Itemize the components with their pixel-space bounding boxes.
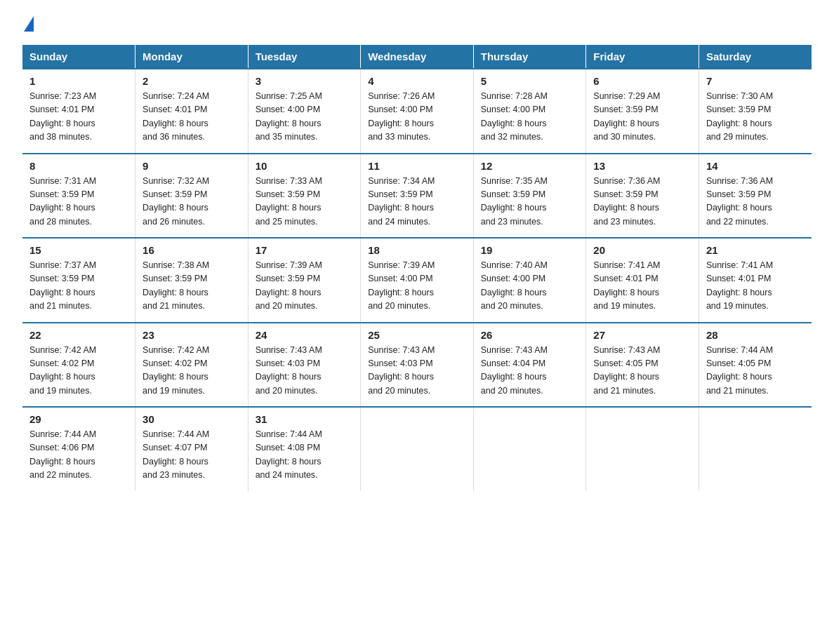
day-info-line: Daylight: 8 hours	[256, 288, 322, 297]
day-info-line: Sunrise: 7:44 AM	[706, 345, 773, 355]
calendar-day-cell: 21Sunrise: 7:41 AMSunset: 4:01 PMDayligh…	[699, 238, 812, 323]
calendar-day-cell: 25Sunrise: 7:43 AMSunset: 4:03 PMDayligh…	[361, 323, 474, 408]
day-info-line: Sunset: 4:02 PM	[143, 358, 207, 368]
day-info: Sunrise: 7:29 AMSunset: 3:59 PMDaylight:…	[593, 90, 691, 145]
day-number: 14	[706, 160, 805, 172]
calendar-day-cell: 3Sunrise: 7:25 AMSunset: 4:00 PMDaylight…	[248, 69, 361, 154]
day-info-line: Sunset: 3:59 PM	[706, 189, 771, 199]
empty-cell	[586, 407, 699, 491]
calendar-table: SundayMondayTuesdayWednesdayThursdayFrid…	[22, 45, 812, 491]
day-info: Sunrise: 7:44 AMSunset: 4:07 PMDaylight:…	[143, 428, 241, 483]
calendar-day-cell: 9Sunrise: 7:32 AMSunset: 3:59 PMDaylight…	[135, 154, 249, 239]
calendar-day-cell: 16Sunrise: 7:38 AMSunset: 3:59 PMDayligh…	[135, 238, 249, 323]
day-number: 29	[29, 413, 128, 425]
day-info-line: Sunset: 3:59 PM	[593, 105, 658, 114]
day-info: Sunrise: 7:37 AMSunset: 3:59 PMDaylight:…	[29, 259, 128, 314]
day-info-line: and 20 minutes.	[256, 386, 318, 396]
day-info: Sunrise: 7:24 AMSunset: 4:01 PMDaylight:…	[143, 90, 241, 145]
day-info-line: Sunrise: 7:43 AM	[593, 345, 660, 355]
day-info-line: Sunrise: 7:30 AM	[706, 91, 773, 101]
day-info-line: Sunrise: 7:26 AM	[368, 91, 435, 101]
day-info-line: Sunset: 4:03 PM	[256, 358, 320, 368]
day-info: Sunrise: 7:42 AMSunset: 4:02 PMDaylight:…	[29, 344, 128, 398]
day-info: Sunrise: 7:41 AMSunset: 4:01 PMDaylight:…	[593, 259, 691, 314]
day-info-line: Daylight: 8 hours	[368, 288, 434, 297]
day-number: 25	[368, 329, 466, 341]
day-info-line: Daylight: 8 hours	[29, 372, 95, 382]
day-info: Sunrise: 7:35 AMSunset: 3:59 PMDaylight:…	[481, 175, 579, 229]
day-number: 8	[29, 160, 128, 172]
day-info-line: and 35 minutes.	[256, 132, 318, 142]
day-info-line: Sunrise: 7:28 AM	[481, 91, 548, 101]
day-info-line: Sunset: 4:01 PM	[593, 274, 658, 283]
day-info-line: and 23 minutes.	[593, 217, 656, 227]
day-number: 19	[481, 244, 579, 256]
day-info-line: Sunrise: 7:44 AM	[143, 429, 209, 439]
day-info-line: Sunrise: 7:31 AM	[29, 176, 96, 186]
day-info-line: and 28 minutes.	[29, 217, 92, 227]
day-info-line: Sunrise: 7:42 AM	[143, 345, 209, 355]
day-info-line: and 20 minutes.	[481, 386, 543, 396]
day-info-line: and 24 minutes.	[256, 470, 318, 480]
day-info-line: Daylight: 8 hours	[706, 288, 772, 297]
empty-cell	[699, 407, 812, 491]
day-info-line: Daylight: 8 hours	[256, 119, 322, 128]
header-day-friday: Friday	[586, 45, 699, 69]
day-info-line: and 24 minutes.	[368, 217, 430, 227]
day-info-line: Sunrise: 7:33 AM	[256, 176, 322, 186]
day-info-line: Daylight: 8 hours	[368, 203, 434, 213]
day-info-line: Daylight: 8 hours	[481, 119, 547, 128]
day-info-line: Sunset: 4:05 PM	[593, 358, 658, 368]
day-info-line: Sunset: 3:59 PM	[143, 189, 207, 199]
day-info: Sunrise: 7:44 AMSunset: 4:05 PMDaylight:…	[706, 344, 805, 398]
day-info-line: and 23 minutes.	[143, 470, 205, 480]
day-info-line: Daylight: 8 hours	[256, 372, 322, 382]
empty-cell	[473, 407, 586, 491]
day-number: 23	[143, 329, 241, 341]
day-info-line: Sunset: 4:00 PM	[368, 274, 432, 283]
day-info-line: and 25 minutes.	[256, 217, 318, 227]
day-info: Sunrise: 7:43 AMSunset: 4:03 PMDaylight:…	[368, 344, 466, 398]
header-day-tuesday: Tuesday	[248, 45, 361, 69]
calendar-week-row: 22Sunrise: 7:42 AMSunset: 4:02 PMDayligh…	[22, 323, 812, 408]
day-info: Sunrise: 7:33 AMSunset: 3:59 PMDaylight:…	[256, 175, 354, 229]
calendar-day-cell: 4Sunrise: 7:26 AMSunset: 4:00 PMDaylight…	[361, 69, 474, 154]
calendar-day-cell: 5Sunrise: 7:28 AMSunset: 4:00 PMDaylight…	[473, 69, 586, 154]
day-info-line: Daylight: 8 hours	[706, 119, 772, 128]
day-info: Sunrise: 7:42 AMSunset: 4:02 PMDaylight:…	[143, 344, 241, 398]
day-info-line: Sunrise: 7:43 AM	[481, 345, 548, 355]
day-number: 15	[29, 244, 128, 256]
day-info-line: Daylight: 8 hours	[368, 372, 434, 382]
day-info: Sunrise: 7:39 AMSunset: 3:59 PMDaylight:…	[256, 259, 354, 314]
day-number: 12	[481, 160, 579, 172]
page-header	[22, 17, 812, 32]
day-number: 28	[706, 329, 805, 341]
calendar-day-cell: 2Sunrise: 7:24 AMSunset: 4:01 PMDaylight…	[135, 69, 249, 154]
day-info-line: Sunset: 4:08 PM	[256, 443, 320, 452]
calendar-day-cell: 24Sunrise: 7:43 AMSunset: 4:03 PMDayligh…	[248, 323, 361, 408]
day-info: Sunrise: 7:25 AMSunset: 4:00 PMDaylight:…	[256, 90, 354, 145]
calendar-day-cell: 18Sunrise: 7:39 AMSunset: 4:00 PMDayligh…	[361, 238, 474, 323]
day-number: 1	[29, 75, 128, 87]
day-info-line: Sunset: 3:59 PM	[706, 105, 771, 114]
day-number: 21	[706, 244, 805, 256]
day-number: 6	[593, 75, 691, 87]
day-info-line: Sunrise: 7:44 AM	[29, 429, 96, 439]
day-info-line: Daylight: 8 hours	[256, 203, 322, 213]
day-info: Sunrise: 7:34 AMSunset: 3:59 PMDaylight:…	[368, 175, 466, 229]
day-number: 20	[593, 244, 691, 256]
day-info-line: and 20 minutes.	[368, 301, 430, 311]
day-info: Sunrise: 7:44 AMSunset: 4:06 PMDaylight:…	[29, 428, 128, 483]
day-info: Sunrise: 7:30 AMSunset: 3:59 PMDaylight:…	[706, 90, 805, 145]
day-info-line: Sunset: 3:59 PM	[256, 189, 320, 199]
day-info-line: and 19 minutes.	[706, 301, 769, 311]
day-number: 5	[481, 75, 579, 87]
day-info-line: Sunrise: 7:39 AM	[256, 260, 322, 270]
calendar-header-row: SundayMondayTuesdayWednesdayThursdayFrid…	[22, 45, 812, 69]
day-info-line: Sunset: 4:01 PM	[29, 105, 94, 114]
day-info-line: Sunrise: 7:34 AM	[368, 176, 435, 186]
day-info: Sunrise: 7:28 AMSunset: 4:00 PMDaylight:…	[481, 90, 579, 145]
day-number: 16	[143, 244, 241, 256]
day-info-line: Daylight: 8 hours	[143, 119, 208, 128]
day-info-line: Sunrise: 7:41 AM	[706, 260, 773, 270]
